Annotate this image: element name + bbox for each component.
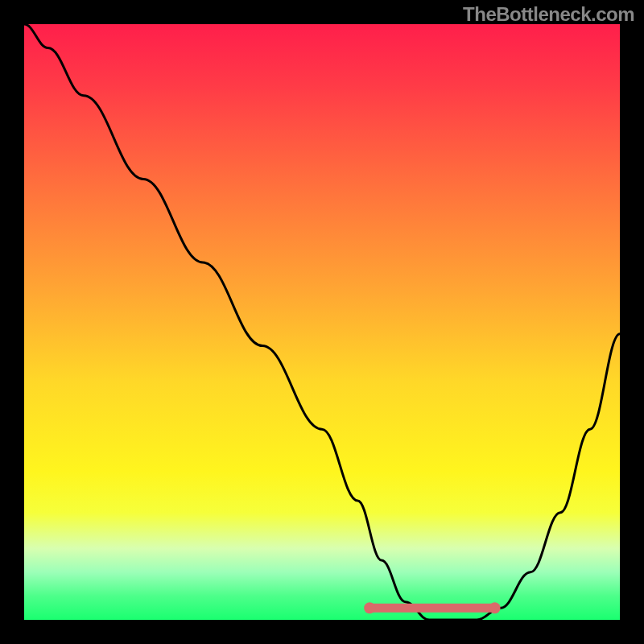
- watermark-text: TheBottleneck.com: [463, 3, 634, 26]
- chart-container: TheBottleneck.com: [0, 0, 644, 644]
- flat-region-marker-dot: [364, 602, 375, 613]
- plot-area: [24, 24, 620, 620]
- bottleneck-curve: [24, 24, 620, 620]
- plot-frame: [24, 24, 620, 620]
- flat-region-marker-dot: [489, 602, 501, 613]
- chart-svg: [24, 24, 620, 620]
